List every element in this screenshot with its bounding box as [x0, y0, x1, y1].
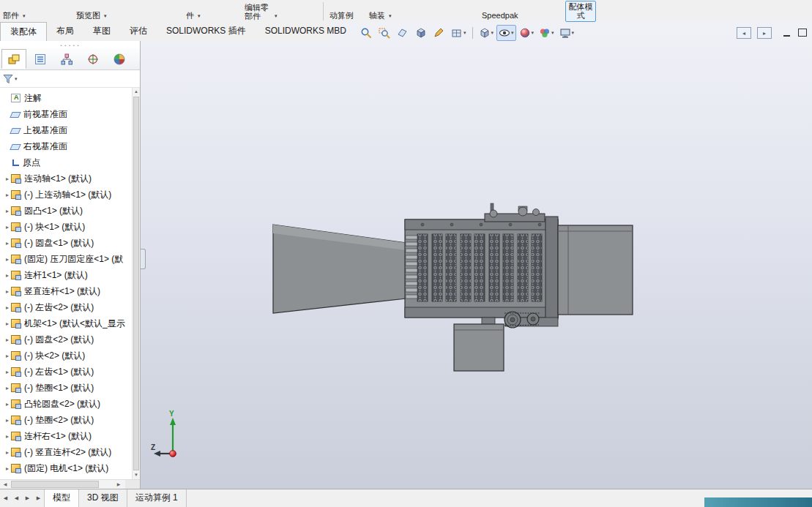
- minimize-window-icon[interactable]: [782, 29, 792, 38]
- tree-item[interactable]: (-) 块<2> (默认): [0, 348, 132, 364]
- chevron-down-icon[interactable]: ▾: [463, 30, 466, 36]
- chevron-down-icon[interactable]: ▾: [23, 13, 26, 19]
- connecting-plate[interactable]: [545, 217, 558, 319]
- command-tab[interactable]: 装配体: [0, 22, 47, 41]
- tree-item[interactable]: (-) 竖直连杆<2> (默认): [0, 444, 132, 460]
- collapse-right-pane-icon[interactable]: ▸: [757, 27, 772, 39]
- chevron-down-icon[interactable]: ▾: [104, 13, 107, 19]
- go-prev-icon[interactable]: ◀: [11, 489, 22, 507]
- command-tab[interactable]: SOLIDWORKS MBD: [256, 22, 356, 41]
- scrollbar-thumb[interactable]: [11, 481, 99, 488]
- tree-item[interactable]: 右视基准面: [0, 138, 132, 154]
- scrollbar-thumb[interactable]: [133, 97, 139, 470]
- scroll-left-icon[interactable]: ◀: [0, 480, 10, 489]
- tree-item[interactable]: (-) 垫圈<2> (默认): [0, 412, 132, 428]
- hide-show-items-button[interactable]: ▾: [496, 25, 516, 41]
- dimxpertmanager-tab[interactable]: [81, 49, 105, 69]
- tree-horizontal-scrollbar[interactable]: ◀ ▶: [0, 479, 140, 489]
- tree-item[interactable]: 原点: [0, 154, 132, 170]
- expand-chevron-icon[interactable]: [4, 369, 11, 375]
- command-tab[interactable]: 草图: [83, 22, 120, 41]
- tree-vertical-scrollbar[interactable]: ▲ ▼: [132, 88, 140, 479]
- panel-splitter-handle[interactable]: [141, 249, 146, 269]
- tree-item[interactable]: 圆凸<1> (默认): [0, 203, 132, 219]
- go-last-icon[interactable]: ▶: [33, 489, 44, 507]
- tree-item[interactable]: 凸轮圆盘<2> (默认): [0, 396, 132, 412]
- collapse-left-pane-icon[interactable]: ◂: [737, 27, 751, 39]
- expand-chevron-icon[interactable]: [4, 401, 11, 408]
- roller-chain-array[interactable]: [417, 234, 542, 301]
- zoom-area-button[interactable]: [376, 25, 393, 41]
- tree-item[interactable]: (-) 左齿<2> (默认): [0, 299, 132, 315]
- featuremanager-tab[interactable]: [1, 49, 26, 69]
- annotation-view-button[interactable]: [431, 25, 448, 41]
- chevron-down-icon[interactable]: ▾: [389, 13, 392, 19]
- expand-chevron-icon[interactable]: [4, 320, 11, 327]
- apply-scene-button[interactable]: ▾: [537, 25, 556, 41]
- propertymanager-tab[interactable]: [28, 49, 53, 69]
- ribbon-button[interactable]: 动算例: [328, 0, 366, 22]
- expand-chevron-icon[interactable]: [4, 304, 11, 311]
- edit-appearance-button[interactable]: ▾: [517, 25, 537, 41]
- chevron-down-icon[interactable]: ▾: [532, 30, 534, 36]
- expand-chevron-icon[interactable]: [4, 449, 11, 456]
- view-settings-button[interactable]: ▾: [557, 25, 577, 41]
- document-tab[interactable]: 模型: [44, 489, 79, 507]
- expand-chevron-icon[interactable]: [4, 192, 11, 198]
- panel-grip-handle[interactable]: [0, 41, 140, 48]
- expand-chevron-icon[interactable]: [4, 208, 11, 214]
- go-next-icon[interactable]: ▶: [22, 489, 33, 507]
- expand-chevron-icon[interactable]: [4, 433, 11, 440]
- ribbon-button[interactable]: 编辑零部件 ▾: [243, 0, 288, 22]
- expand-chevron-icon[interactable]: [4, 288, 11, 295]
- machine-frame-block[interactable]: [558, 225, 633, 315]
- expand-chevron-icon[interactable]: [4, 176, 11, 182]
- tree-item[interactable]: 前视基准面: [0, 106, 132, 122]
- expand-chevron-icon[interactable]: [4, 385, 11, 391]
- command-tab[interactable]: 评估: [120, 22, 157, 41]
- restore-window-icon[interactable]: [798, 29, 807, 37]
- expand-chevron-icon[interactable]: [4, 224, 11, 230]
- expand-chevron-icon[interactable]: [4, 337, 11, 343]
- ribbon-button[interactable]: 配体模式: [565, 1, 596, 22]
- chevron-down-icon[interactable]: ▾: [198, 13, 201, 19]
- expand-chevron-icon[interactable]: [4, 353, 11, 359]
- command-tab[interactable]: 布局: [47, 22, 83, 41]
- top-bracket[interactable]: [485, 203, 545, 222]
- go-first-icon[interactable]: ◀: [0, 489, 11, 507]
- chevron-down-icon[interactable]: ▾: [551, 30, 554, 36]
- scroll-up-icon[interactable]: ▲: [133, 88, 140, 96]
- tree-item[interactable]: (-) 上连动轴<1> (默认): [0, 187, 132, 203]
- tree-item[interactable]: 连动轴<1> (默认): [0, 170, 132, 187]
- tree-item[interactable]: 机架<1> (默认<默认_显示: [0, 315, 132, 331]
- tree-item[interactable]: 连杆右<1> (默认): [0, 428, 132, 444]
- graphics-viewport[interactable]: Y Z: [141, 22, 812, 489]
- ribbon-button[interactable]: Speedpak: [480, 0, 524, 22]
- motor-part[interactable]: [454, 318, 504, 371]
- scroll-right-icon[interactable]: ▶: [113, 480, 124, 489]
- command-tab[interactable]: SOLIDWORKS 插件: [157, 22, 256, 41]
- chevron-down-icon[interactable]: ▾: [491, 30, 494, 36]
- tree-item[interactable]: 连杆1<1> (默认): [0, 267, 132, 283]
- tree-item[interactable]: (-) 圆盘<2> (默认): [0, 331, 132, 348]
- assembly-model[interactable]: [141, 22, 812, 489]
- expand-chevron-icon[interactable]: [4, 256, 11, 263]
- document-tab[interactable]: 3D 视图: [79, 489, 127, 507]
- tree-item[interactable]: (-) 块<1> (默认): [0, 219, 132, 235]
- filter-funnel-icon[interactable]: [3, 74, 13, 84]
- expand-chevron-icon[interactable]: [4, 465, 11, 472]
- chevron-down-icon[interactable]: ▾: [15, 76, 18, 82]
- tree-item[interactable]: (固定) 电机<1> (默认): [0, 460, 132, 476]
- chevron-down-icon[interactable]: ▾: [511, 30, 514, 36]
- expand-chevron-icon[interactable]: [4, 240, 11, 247]
- section-view-button[interactable]: [412, 25, 430, 41]
- ribbon-button[interactable]: 轴装 ▾: [368, 0, 416, 22]
- displaymanager-tab[interactable]: [107, 49, 132, 69]
- display-style-button[interactable]: ▾: [449, 25, 469, 41]
- tree-item[interactable]: 上视基准面: [0, 122, 132, 138]
- tree-item[interactable]: (固定) 压刀固定座<1> (默: [0, 251, 132, 267]
- zoom-fit-button[interactable]: [357, 25, 375, 41]
- tree-item[interactable]: 注解: [0, 90, 132, 106]
- expand-chevron-icon[interactable]: [4, 417, 11, 424]
- ribbon-button[interactable]: 预览图 ▾: [75, 0, 146, 22]
